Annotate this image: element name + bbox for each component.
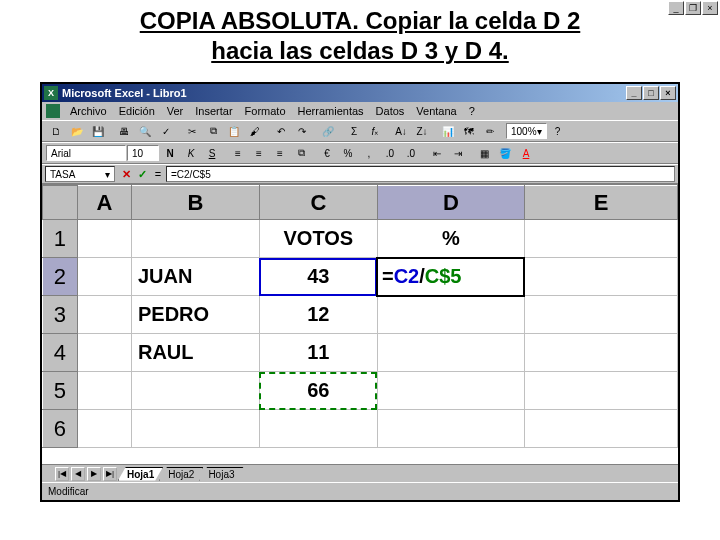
save-icon[interactable]: 💾 — [88, 122, 108, 140]
paste-icon[interactable]: 📋 — [224, 122, 244, 140]
cell-a1[interactable] — [77, 220, 131, 258]
tab-nav-last-icon[interactable]: ▶| — [103, 467, 117, 481]
cell-d3[interactable] — [377, 296, 524, 334]
close-button[interactable]: × — [660, 86, 676, 100]
dec-decrease-icon[interactable]: .0 — [401, 144, 421, 162]
help-icon[interactable]: ? — [548, 122, 568, 140]
menu-datos[interactable]: Datos — [371, 104, 410, 118]
cell-d2-editing[interactable]: =C2/C$5 — [377, 258, 524, 296]
cell-b4[interactable]: RAUL — [131, 334, 259, 372]
confirm-edit-icon[interactable]: ✓ — [134, 166, 150, 182]
col-header-b[interactable]: B — [131, 186, 259, 220]
align-center-icon[interactable]: ≡ — [249, 144, 269, 162]
row-header-2[interactable]: 2 — [43, 258, 78, 296]
cell-a3[interactable] — [77, 296, 131, 334]
menu-formato[interactable]: Formato — [240, 104, 291, 118]
align-right-icon[interactable]: ≡ — [270, 144, 290, 162]
chart-icon[interactable]: 📊 — [438, 122, 458, 140]
cell-a6[interactable] — [77, 410, 131, 448]
cell-d6[interactable] — [377, 410, 524, 448]
function-icon[interactable]: fₓ — [365, 122, 385, 140]
link-icon[interactable]: 🔗 — [318, 122, 338, 140]
menu-ver[interactable]: Ver — [162, 104, 189, 118]
format-painter-icon[interactable]: 🖌 — [245, 122, 265, 140]
inner-minimize-button[interactable]: _ — [668, 1, 684, 15]
cut-icon[interactable]: ✂ — [182, 122, 202, 140]
fill-color-icon[interactable]: 🪣 — [495, 144, 515, 162]
cell-c6[interactable] — [259, 410, 377, 448]
sheet-tab-hoja1[interactable]: Hoja1 — [118, 467, 163, 481]
merge-icon[interactable]: ⧉ — [291, 144, 311, 162]
percent-icon[interactable]: % — [338, 144, 358, 162]
preview-icon[interactable]: 🔍 — [135, 122, 155, 140]
row-header-6[interactable]: 6 — [43, 410, 78, 448]
inner-restore-button[interactable]: ❐ — [685, 1, 701, 15]
cell-e2[interactable] — [524, 258, 677, 296]
cell-b1[interactable] — [131, 220, 259, 258]
map-icon[interactable]: 🗺 — [459, 122, 479, 140]
menu-edicion[interactable]: Edición — [114, 104, 160, 118]
tab-nav-prev-icon[interactable]: ◀ — [71, 467, 85, 481]
copy-icon[interactable]: ⧉ — [203, 122, 223, 140]
borders-icon[interactable]: ▦ — [474, 144, 494, 162]
cell-b5[interactable] — [131, 372, 259, 410]
new-icon[interactable]: 🗋 — [46, 122, 66, 140]
cell-c3[interactable]: 12 — [259, 296, 377, 334]
cell-d5[interactable] — [377, 372, 524, 410]
print-icon[interactable]: 🖶 — [114, 122, 134, 140]
cell-b2[interactable]: JUAN — [131, 258, 259, 296]
cell-e6[interactable] — [524, 410, 677, 448]
menu-archivo[interactable]: Archivo — [65, 104, 112, 118]
indent-dec-icon[interactable]: ⇤ — [427, 144, 447, 162]
currency-icon[interactable]: € — [317, 144, 337, 162]
menu-insertar[interactable]: Insertar — [190, 104, 237, 118]
inner-close-button[interactable]: × — [702, 1, 718, 15]
cell-e5[interactable] — [524, 372, 677, 410]
row-header-5[interactable]: 5 — [43, 372, 78, 410]
font-color-icon[interactable]: A — [516, 144, 536, 162]
undo-icon[interactable]: ↶ — [271, 122, 291, 140]
bold-icon[interactable]: N — [160, 144, 180, 162]
cell-a4[interactable] — [77, 334, 131, 372]
cell-c4[interactable]: 11 — [259, 334, 377, 372]
zoom-box[interactable]: 100% ▾ — [506, 123, 547, 139]
cell-b3[interactable]: PEDRO — [131, 296, 259, 334]
cell-e4[interactable] — [524, 334, 677, 372]
tab-nav-next-icon[interactable]: ▶ — [87, 467, 101, 481]
cell-b6[interactable] — [131, 410, 259, 448]
spell-icon[interactable]: ✓ — [156, 122, 176, 140]
cell-a5[interactable] — [77, 372, 131, 410]
menu-herramientas[interactable]: Herramientas — [293, 104, 369, 118]
name-box[interactable]: TASA ▾ — [45, 166, 115, 182]
sort-asc-icon[interactable]: A↓ — [391, 122, 411, 140]
row-header-3[interactable]: 3 — [43, 296, 78, 334]
cell-d1[interactable]: % — [377, 220, 524, 258]
row-header-1[interactable]: 1 — [43, 220, 78, 258]
redo-icon[interactable]: ↷ — [292, 122, 312, 140]
col-header-e[interactable]: E — [524, 186, 677, 220]
cell-c5[interactable]: 66 — [259, 372, 377, 410]
col-header-a[interactable]: A — [77, 186, 131, 220]
sheet-tab-hoja2[interactable]: Hoja2 — [159, 467, 203, 481]
italic-icon[interactable]: K — [181, 144, 201, 162]
comma-icon[interactable]: , — [359, 144, 379, 162]
sum-icon[interactable]: Σ — [344, 122, 364, 140]
font-name-box[interactable]: Arial — [46, 145, 126, 161]
font-size-box[interactable]: 10 — [127, 145, 159, 161]
col-header-c[interactable]: C — [259, 186, 377, 220]
cell-a2[interactable] — [77, 258, 131, 296]
cell-e1[interactable] — [524, 220, 677, 258]
cell-e3[interactable] — [524, 296, 677, 334]
dec-increase-icon[interactable]: .0 — [380, 144, 400, 162]
cell-c1[interactable]: VOTOS — [259, 220, 377, 258]
open-icon[interactable]: 📂 — [67, 122, 87, 140]
drawing-icon[interactable]: ✏ — [480, 122, 500, 140]
indent-inc-icon[interactable]: ⇥ — [448, 144, 468, 162]
maximize-button[interactable]: □ — [643, 86, 659, 100]
row-header-4[interactable]: 4 — [43, 334, 78, 372]
cell-d4[interactable] — [377, 334, 524, 372]
col-header-d[interactable]: D — [377, 186, 524, 220]
menu-ayuda[interactable]: ? — [464, 104, 480, 118]
tab-nav-first-icon[interactable]: |◀ — [55, 467, 69, 481]
select-all-corner[interactable] — [43, 186, 78, 220]
